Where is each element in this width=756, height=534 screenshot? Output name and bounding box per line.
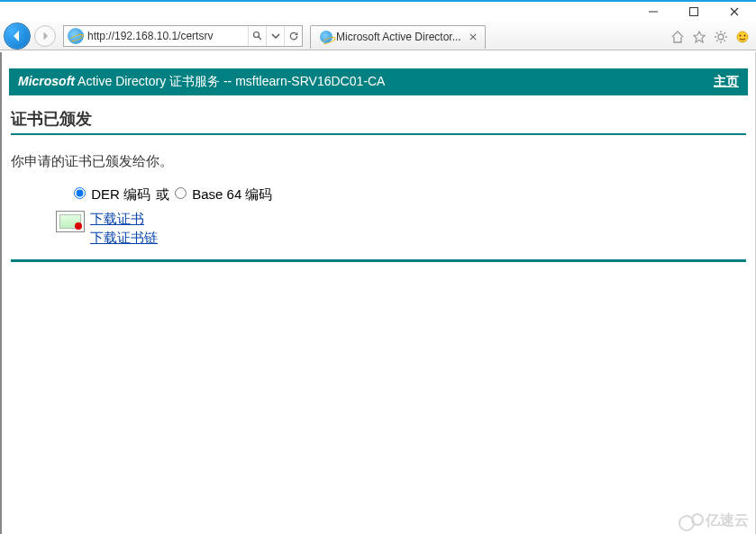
- svg-line-3: [258, 36, 260, 39]
- browser-toolbar: Microsoft Active Director...: [0, 22, 756, 50]
- watermark-icon: [679, 513, 702, 529]
- svg-point-7: [744, 35, 746, 37]
- download-section: 下载证书 下载证书链: [56, 209, 746, 247]
- radio-base64[interactable]: Base 64 编码: [175, 186, 272, 204]
- close-button[interactable]: [714, 3, 754, 21]
- content-area: Microsoft Active Directory 证书服务 -- msftl…: [0, 52, 756, 534]
- page-banner: Microsoft Active Directory 证书服务 -- msftl…: [9, 68, 748, 95]
- home-icon[interactable]: [669, 29, 686, 45]
- svg-point-5: [737, 32, 748, 42]
- maximize-button[interactable]: [673, 3, 714, 21]
- certificate-icon: [56, 211, 85, 232]
- banner-text: Microsoft Active Directory 证书服务 -- msftl…: [18, 74, 385, 90]
- brand-label: Microsoft: [18, 74, 75, 88]
- tab-active[interactable]: Microsoft Active Director...: [310, 25, 486, 49]
- radio-der[interactable]: DER 编码: [74, 186, 150, 204]
- download-chain-link[interactable]: 下载证书链: [90, 228, 158, 247]
- tab-strip: Microsoft Active Director...: [310, 23, 486, 49]
- tab-title: Microsoft Active Director...: [336, 31, 461, 43]
- radio-der-label: DER 编码: [91, 186, 150, 202]
- issued-message: 你申请的证书已颁发给你。: [11, 153, 746, 170]
- forward-button[interactable]: [34, 25, 56, 47]
- back-button[interactable]: [4, 23, 31, 50]
- tools-icon[interactable]: [713, 29, 729, 45]
- ie-favicon-icon: [320, 31, 332, 43]
- search-icon[interactable]: [248, 26, 266, 46]
- radio-base64-label: Base 64 编码: [192, 186, 272, 202]
- radio-base64-input[interactable]: [175, 187, 187, 199]
- download-cert-link[interactable]: 下载证书: [90, 209, 158, 228]
- page-body: 证书已颁发 你申请的证书已颁发给你。 DER 编码 或 Base 64 编码 下…: [2, 95, 755, 284]
- page-heading: 证书已颁发: [11, 108, 746, 135]
- window-titlebar: [0, 2, 756, 22]
- radio-der-input[interactable]: [74, 187, 86, 199]
- dropdown-icon[interactable]: [266, 26, 284, 46]
- svg-rect-0: [649, 12, 658, 13]
- home-link[interactable]: 主页: [714, 74, 739, 90]
- tab-close-icon[interactable]: [467, 31, 479, 43]
- svg-rect-1: [689, 8, 697, 16]
- ie-logo-icon: [68, 28, 84, 44]
- address-bar[interactable]: [63, 25, 303, 47]
- toolbar-status-icons: [669, 29, 751, 45]
- minimize-button[interactable]: [633, 3, 673, 21]
- radio-separator: 或: [156, 186, 169, 204]
- watermark-label: 亿速云: [706, 511, 749, 530]
- svg-point-4: [718, 34, 724, 40]
- url-input[interactable]: [87, 27, 248, 45]
- refresh-icon[interactable]: [284, 26, 302, 46]
- svg-point-2: [253, 32, 259, 37]
- svg-point-6: [740, 35, 742, 37]
- section-rule: [11, 259, 746, 262]
- encoding-radio-group: DER 编码 或 Base 64 编码: [74, 186, 746, 204]
- service-label: Active Directory 证书服务 -- msftlearn-SRV16…: [75, 74, 385, 88]
- favorites-icon[interactable]: [691, 29, 707, 45]
- smiley-icon[interactable]: [734, 29, 751, 45]
- watermark: 亿速云: [679, 511, 749, 530]
- download-links: 下载证书 下载证书链: [90, 209, 158, 247]
